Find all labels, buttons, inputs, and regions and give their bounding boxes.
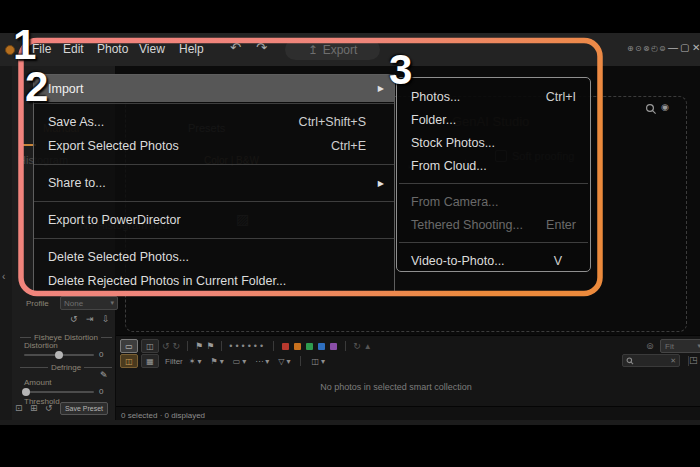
refresh-icon[interactable]: ↻ bbox=[353, 341, 361, 351]
slider-knob[interactable] bbox=[22, 388, 30, 396]
grid-view-button[interactable]: ▦ bbox=[141, 354, 159, 368]
distortion-slider[interactable] bbox=[24, 354, 94, 356]
sort-dropdown[interactable]: ◫ ▾ bbox=[308, 355, 328, 367]
slider-knob[interactable] bbox=[55, 351, 63, 359]
export-button[interactable]: ↥ Export bbox=[285, 39, 380, 60]
menu-item-delete-selected-photos[interactable]: Delete Selected Photos... bbox=[34, 245, 394, 269]
search-icon[interactable] bbox=[645, 103, 657, 115]
pan-tool-icon[interactable]: ◉ bbox=[661, 102, 669, 112]
menu-item-save-as[interactable]: Save As... Ctrl+Shift+S bbox=[34, 110, 394, 134]
paste-settings-icon[interactable]: ⊞ bbox=[30, 403, 38, 413]
chevron-down-icon: ▾ bbox=[265, 357, 269, 366]
compare-mode-button[interactable]: ◫ bbox=[141, 339, 159, 353]
rotate-left-icon[interactable]: ↺ bbox=[162, 341, 170, 351]
save-preset-button[interactable]: Save Preset bbox=[60, 402, 108, 415]
zoom-fit-dropdown[interactable]: Fit ▾ bbox=[660, 339, 700, 353]
redo-icon[interactable]: ↷ bbox=[256, 40, 267, 55]
titlebar-utility-icon[interactable]: ◴ bbox=[651, 44, 658, 53]
empty-collection-message: No photos in selected smart collection bbox=[116, 382, 676, 392]
submenu-item-video-to-photo[interactable]: Video-to-Photo... V bbox=[397, 249, 590, 272]
label-red[interactable] bbox=[282, 343, 289, 350]
titlebar-utility-icon[interactable]: ⊕ bbox=[627, 44, 634, 53]
undock-browser-icon[interactable]: ◳ bbox=[689, 355, 698, 365]
profile-dropdown[interactable]: None ▾ bbox=[60, 296, 118, 310]
menu-edit[interactable]: Edit bbox=[63, 42, 84, 56]
menu-separator bbox=[34, 103, 394, 104]
menu-item-import[interactable]: Import ▶ bbox=[34, 75, 394, 102]
flag-filter-dropdown[interactable]: ⚑ ▾ bbox=[208, 355, 227, 367]
maximize-button[interactable]: ▢ bbox=[680, 42, 689, 53]
stars-icon: ✶ bbox=[189, 357, 196, 366]
ellipsis-icon: ⋯ bbox=[255, 357, 263, 366]
window-bottom-strip bbox=[0, 420, 700, 425]
import-submenu: Photos... Ctrl+I Folder... Stock Photos.… bbox=[396, 77, 591, 272]
label-purple[interactable] bbox=[330, 343, 337, 350]
defringe-section-header: Defringe bbox=[20, 363, 112, 372]
apply-profile-icon[interactable]: ⇥ bbox=[86, 314, 94, 324]
minimize-button[interactable]: — bbox=[668, 42, 678, 53]
copy-settings-icon[interactable]: ⊡ bbox=[15, 403, 23, 413]
flag-pick-icon[interactable]: ⚑ bbox=[195, 341, 203, 351]
menu-separator bbox=[399, 183, 588, 184]
funnel-icon: ▽ bbox=[278, 357, 284, 366]
collapse-panel-icon[interactable]: ‹ bbox=[2, 271, 5, 282]
submenu-item-from-cloud[interactable]: From Cloud... bbox=[397, 154, 590, 177]
label-filter-dropdown[interactable]: ▭ ▾ bbox=[230, 355, 250, 367]
menu-item-export-selected-photos[interactable]: Export Selected Photos Ctrl+E bbox=[34, 134, 394, 158]
filmstrip-view-button[interactable]: ◫ bbox=[120, 354, 138, 368]
amount-value: 0 bbox=[99, 387, 103, 396]
annotation-number-3: 3 bbox=[389, 49, 412, 91]
submenu-item-from-camera: From Camera... bbox=[397, 190, 590, 213]
chevron-down-icon: ▾ bbox=[110, 299, 114, 307]
close-button[interactable]: ✕ bbox=[692, 42, 700, 53]
divider bbox=[221, 341, 222, 351]
selection-status: 0 selected · 0 displayed bbox=[121, 411, 205, 420]
undo-icon[interactable]: ↶ bbox=[230, 40, 241, 55]
menu-item-share-to[interactable]: Share to... ▶ bbox=[34, 171, 394, 195]
label-blue[interactable] bbox=[318, 343, 325, 350]
menu-separator bbox=[34, 238, 394, 239]
amount-slider[interactable] bbox=[24, 391, 94, 393]
submenu-item-photos[interactable]: Photos... Ctrl+I bbox=[397, 85, 590, 108]
menu-item-delete-rejected-photos[interactable]: Delete Rejected Photos in Current Folder… bbox=[34, 269, 394, 293]
menu-photo[interactable]: Photo bbox=[97, 42, 128, 56]
panorama-icon[interactable]: ▲ bbox=[364, 342, 372, 351]
browser-toolbar-row1: ▭ ◫ ↺ ↻ ⚑ ⚑ •••••• ↻ ▲ bbox=[120, 339, 372, 353]
titlebar-utility-icon[interactable]: ⊙ bbox=[635, 44, 642, 53]
rotate-right-icon[interactable]: ↻ bbox=[173, 341, 181, 351]
menu-item-export-to-powerdirector[interactable]: Export to PowerDirector bbox=[34, 208, 394, 232]
menu-view[interactable]: View bbox=[139, 42, 165, 56]
label-icon: ▭ bbox=[233, 357, 241, 366]
download-profile-icon[interactable]: ⇩ bbox=[102, 314, 110, 324]
label-orange[interactable] bbox=[294, 343, 301, 350]
menu-help[interactable]: Help bbox=[179, 42, 204, 56]
distortion-label: Distortion bbox=[24, 341, 58, 350]
browser-search-input[interactable]: ✕ bbox=[622, 354, 680, 367]
shortcut: V bbox=[554, 254, 562, 268]
divider bbox=[273, 341, 274, 351]
chevron-down-icon: ▾ bbox=[220, 357, 224, 366]
submenu-arrow-icon: ▶ bbox=[378, 179, 384, 188]
star-rating-dots[interactable]: •••••• bbox=[229, 341, 266, 351]
submenu-item-folder[interactable]: Folder... bbox=[397, 108, 590, 131]
photo-browser-panel: ▭ ◫ ↺ ↻ ⚑ ⚑ •••••• ↻ ▲ ◫ bbox=[116, 335, 700, 421]
rating-filter-dropdown[interactable]: ✶ ▾ bbox=[186, 355, 205, 367]
titlebar-utility-icon[interactable]: ⊜ bbox=[659, 44, 666, 53]
annotation-number-2: 2 bbox=[25, 66, 48, 108]
more-filter-dropdown[interactable]: ⋯ ▾ bbox=[252, 355, 272, 367]
funnel-filter-dropdown[interactable]: ▽ ▾ bbox=[275, 355, 293, 367]
label-green[interactable] bbox=[306, 343, 313, 350]
shortcut: Ctrl+I bbox=[546, 90, 576, 104]
reset-settings-icon[interactable]: ↺ bbox=[45, 403, 53, 413]
eyedropper-icon[interactable]: ✎ bbox=[100, 370, 108, 380]
reset-profile-icon[interactable]: ↺ bbox=[70, 314, 78, 324]
flag-reject-icon[interactable]: ⚑ bbox=[206, 341, 214, 351]
submenu-item-stock-photos[interactable]: Stock Photos... bbox=[397, 131, 590, 154]
gear-icon[interactable]: ⊚ bbox=[646, 341, 654, 351]
flag-icon: ⚑ bbox=[211, 357, 218, 366]
viewer-mode-button[interactable]: ▭ bbox=[120, 339, 138, 353]
menu-bar: File Edit Photo View Help ↶ ↷ ↥ Export ⊕… bbox=[0, 33, 700, 67]
clear-search-icon[interactable]: ✕ bbox=[670, 357, 676, 365]
titlebar-utility-icon[interactable]: ⊗ bbox=[643, 44, 650, 53]
shortcut: Ctrl+Shift+S bbox=[299, 115, 366, 129]
